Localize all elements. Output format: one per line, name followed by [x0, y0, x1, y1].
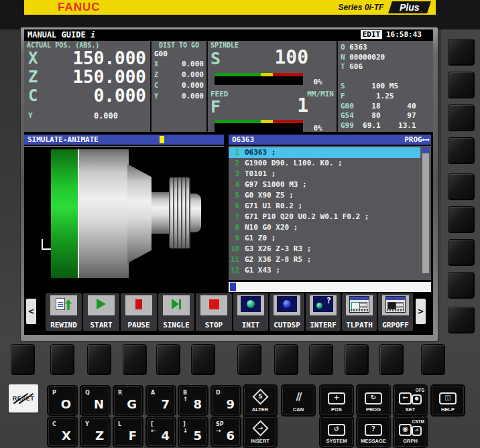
key-insert[interactable]: →INSERT	[244, 417, 276, 447]
dist-axis-row: Z0.000	[152, 70, 206, 80]
bottom-soft-key-1[interactable]	[11, 344, 35, 375]
program-line[interactable]: 3T0101 ;	[229, 169, 420, 179]
key-4[interactable]: [←4	[147, 418, 175, 446]
side-soft-key-5[interactable]	[448, 173, 475, 200]
reset-key[interactable]: RESET	[9, 384, 38, 413]
softkey-row: < REWINDSTARTPAUSESINGLESTOP INITCUTDSP?…	[24, 293, 433, 331]
side-soft-key-2[interactable]	[448, 72, 475, 98]
key-G[interactable]: RG	[114, 386, 142, 415]
program-line[interactable]: 7G71 P10 Q20 U0.2 W0.1 F0.2 ;	[229, 212, 420, 222]
axis-value: 0.000	[182, 91, 204, 102]
axis-position-row-y: Y 0.000	[24, 110, 150, 121]
key-alter[interactable]: SALTER	[244, 386, 276, 415]
key-help[interactable]: ◫HELP	[432, 386, 464, 415]
axis-letter: C	[28, 86, 38, 105]
key-N[interactable]: QN	[81, 386, 109, 415]
softkey-cutdsp[interactable]: CUTDSP	[269, 293, 304, 331]
softkey-page-right-button[interactable]: >	[416, 299, 426, 324]
side-soft-key-6[interactable]	[448, 206, 475, 233]
mdi-input-line[interactable]	[229, 282, 431, 292]
status-label: S	[341, 82, 345, 90]
softkey-single[interactable]: SINGLE	[158, 293, 194, 331]
status-line: G00 18 40	[341, 102, 416, 112]
key-message[interactable]: ?MESSAGE	[357, 417, 389, 447]
softkey-stop[interactable]: STOP	[196, 293, 232, 331]
program-line[interactable]: 12G1 X43 ;	[229, 265, 420, 276]
bottom-soft-key-12[interactable]	[421, 344, 445, 375]
prog-chapter-indicator: PROG←→	[404, 135, 428, 145]
simulation-viewport	[24, 146, 224, 280]
bottom-soft-key-10[interactable]	[345, 344, 369, 375]
program-line-current[interactable]: 1O6363 ;	[229, 147, 420, 158]
program-line[interactable]: 8N10 G0 X20 ;	[229, 222, 420, 233]
titlebar-cursor	[160, 136, 164, 143]
softkey-init[interactable]: INIT	[233, 293, 268, 331]
key-system[interactable]: ↺SYSTEM	[320, 417, 353, 447]
dist-to-go-header: DIST TO GO	[152, 42, 206, 49]
key-F[interactable]: LF	[114, 418, 142, 446]
key-7[interactable]: A7	[147, 386, 175, 415]
bottom-soft-key-2[interactable]	[50, 344, 74, 375]
dist-to-go-panel: DIST TO GO G00 X0.000Z0.000C0.000Y0.000	[152, 41, 208, 132]
key-8[interactable]: B↑8	[179, 386, 207, 415]
side-soft-key-1[interactable]	[448, 39, 475, 66]
cancel-icon: ∕∕	[296, 390, 301, 402]
program-line[interactable]: 2G1900 D90. L100. K0. ;	[229, 158, 420, 169]
axis-value: 0.000	[182, 80, 204, 91]
program-scrollbar[interactable]	[422, 147, 429, 273]
program-line[interactable]: 10G3 X26 Z-3 R3 ;	[229, 244, 420, 254]
fanuc-logo: FANUC	[58, 1, 101, 14]
side-soft-key-9[interactable]	[448, 307, 475, 333]
bottom-soft-key-7[interactable]	[237, 344, 261, 375]
bottom-soft-key-3[interactable]	[87, 344, 111, 375]
bottom-soft-key-4[interactable]	[123, 344, 147, 375]
key-O[interactable]: PO	[48, 386, 76, 415]
brand-bar: FANUC Series 0i-TF Plus	[24, 0, 436, 15]
program-line[interactable]: 5G0 X90 Z5 ;	[229, 190, 420, 201]
program-line[interactable]: 11G2 X36 Z-8 R5 ;	[229, 254, 420, 265]
softkey-page-left-button[interactable]: <	[26, 299, 36, 324]
line-text: G71 U1 R0.2 ;	[245, 201, 302, 212]
key-set[interactable]: ←●OFSSET	[394, 386, 426, 415]
softkey-rewind[interactable]: REWIND	[46, 293, 82, 331]
key-grph[interactable]: ◉⊿CSTMGRPH	[394, 417, 426, 447]
key-pos[interactable]: +POS	[320, 386, 353, 415]
softkey-grpoff[interactable]: GRPOFF	[378, 293, 413, 331]
text-cursor	[230, 283, 236, 291]
side-soft-key-7[interactable]	[448, 239, 475, 266]
key-prog[interactable]: ↻PROG	[357, 386, 389, 415]
bottom-soft-key-8[interactable]	[274, 344, 298, 375]
status-value: 00000020	[345, 53, 385, 62]
bottom-soft-key-11[interactable]	[379, 344, 404, 375]
side-soft-key-8[interactable]	[448, 272, 475, 299]
axis-letter: Z	[28, 68, 38, 86]
softkey-interf[interactable]: ?INTERF	[306, 293, 341, 331]
softkey-tlpath[interactable]: TLPATH	[342, 293, 377, 331]
program-line[interactable]: 4G97 S1000 M3 ;	[229, 179, 420, 190]
bottom-soft-key-9[interactable]	[309, 344, 333, 375]
key-5[interactable]: ]↓5	[179, 418, 207, 446]
status-label: G54	[341, 111, 354, 120]
softkey-start[interactable]: START	[83, 293, 119, 331]
workpiece-main-cylinder	[78, 149, 129, 278]
workpiece-shaft	[152, 192, 169, 234]
key-Z[interactable]: YZ	[81, 418, 109, 446]
key-9[interactable]: D9	[212, 386, 240, 415]
key-6[interactable]: SP→6	[212, 418, 240, 446]
status-value: 100 M5	[345, 82, 398, 90]
key-X[interactable]: CX	[48, 418, 76, 446]
screen-header: MANUAL GUIDE i EDIT 16:58:43	[24, 29, 433, 40]
side-soft-key-3[interactable]	[448, 104, 475, 131]
grpoff-icon	[385, 296, 406, 315]
key-can[interactable]: ∕∕CAN	[282, 386, 314, 415]
side-soft-key-4[interactable]	[448, 137, 475, 164]
line-number: 9	[229, 233, 239, 244]
program-line[interactable]: 9G1 Z0 ;	[229, 233, 420, 244]
bottom-soft-key-5[interactable]	[156, 344, 180, 375]
bottom-soft-key-6[interactable]	[191, 344, 215, 375]
softkey-pause[interactable]: PAUSE	[121, 293, 157, 331]
dist-gcode: G00	[154, 50, 168, 58]
axis-letter: Y	[28, 110, 33, 121]
program-line[interactable]: 6G71 U1 R0.2 ;	[229, 201, 420, 212]
scrollbar-thumb[interactable]	[422, 147, 429, 153]
